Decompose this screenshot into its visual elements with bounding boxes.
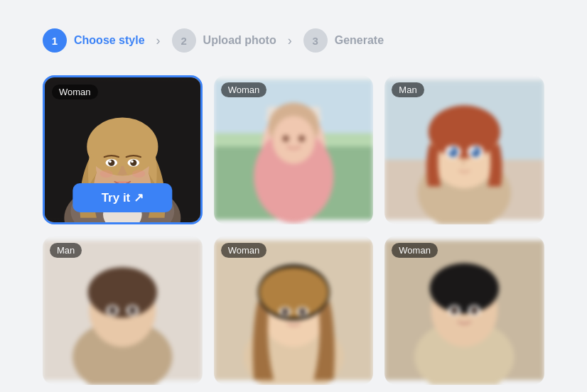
style-card-woman-4[interactable]: Woman — [384, 236, 544, 385]
style-card-woman-3[interactable]: Woman — [214, 236, 374, 385]
svg-point-46 — [129, 306, 136, 314]
svg-point-63 — [471, 306, 478, 314]
svg-point-55 — [298, 308, 305, 315]
svg-point-12 — [131, 160, 134, 163]
step-3-circle: 3 — [303, 28, 328, 53]
page: 1 Choose style › 2 Upload photo › 3 Gene… — [0, 0, 587, 392]
svg-point-13 — [99, 170, 112, 178]
card-1-badge: Woman — [52, 85, 98, 99]
svg-point-31 — [429, 105, 500, 158]
step-2-label: Upload photo — [203, 34, 276, 47]
woman4-svg — [384, 236, 544, 385]
woman3-svg — [214, 236, 374, 385]
svg-point-25 — [282, 135, 289, 141]
svg-point-9 — [108, 160, 114, 166]
step-arrow-1: › — [156, 33, 161, 48]
svg-point-10 — [130, 160, 136, 166]
step-1: 1 Choose style — [43, 28, 145, 53]
card-5-badge: Woman — [221, 243, 267, 258]
step-2: 2 Upload photo — [172, 28, 276, 53]
card-2-badge: Woman — [221, 82, 267, 97]
svg-point-36 — [449, 148, 453, 152]
man2-svg — [43, 236, 203, 385]
step-2-circle: 2 — [172, 28, 196, 53]
svg-point-37 — [472, 148, 476, 152]
svg-point-35 — [471, 146, 480, 157]
style-grid: Woman Try it ↗ — [43, 75, 544, 385]
step-3-number: 3 — [313, 35, 318, 47]
step-3-label: Generate — [335, 34, 384, 47]
style-card-woman-golfer[interactable]: Woman — [214, 75, 374, 224]
card-3-badge: Man — [392, 82, 424, 97]
woman-golfer-svg — [214, 75, 374, 224]
try-it-button[interactable]: Try it ↗ — [73, 183, 172, 212]
step-3: 3 Generate — [303, 28, 384, 53]
step-1-circle: 1 — [43, 28, 67, 53]
svg-point-45 — [109, 306, 116, 314]
stepper: 1 Choose style › 2 Upload photo › 3 Gene… — [43, 28, 544, 53]
svg-point-54 — [281, 308, 288, 315]
svg-point-42 — [88, 267, 157, 317]
svg-point-34 — [448, 146, 458, 157]
step-1-label: Choose style — [74, 34, 145, 47]
svg-point-14 — [132, 170, 145, 178]
style-card-man-2[interactable]: Man — [43, 236, 203, 385]
card-6-badge: Woman — [392, 243, 438, 258]
step-2-number: 2 — [181, 35, 186, 47]
svg-point-24 — [272, 116, 315, 163]
man-anime-svg — [384, 75, 544, 224]
step-arrow-2: › — [288, 33, 292, 48]
style-card-man-anime[interactable]: Man — [384, 75, 544, 224]
svg-point-59 — [430, 263, 499, 314]
step-1-number: 1 — [52, 35, 58, 47]
svg-point-11 — [109, 160, 112, 163]
svg-point-26 — [298, 135, 305, 141]
svg-point-62 — [451, 306, 458, 314]
card-4-badge: Man — [50, 243, 82, 258]
style-card-woman-professional[interactable]: Woman Try it ↗ — [43, 75, 203, 224]
svg-point-51 — [259, 267, 328, 317]
